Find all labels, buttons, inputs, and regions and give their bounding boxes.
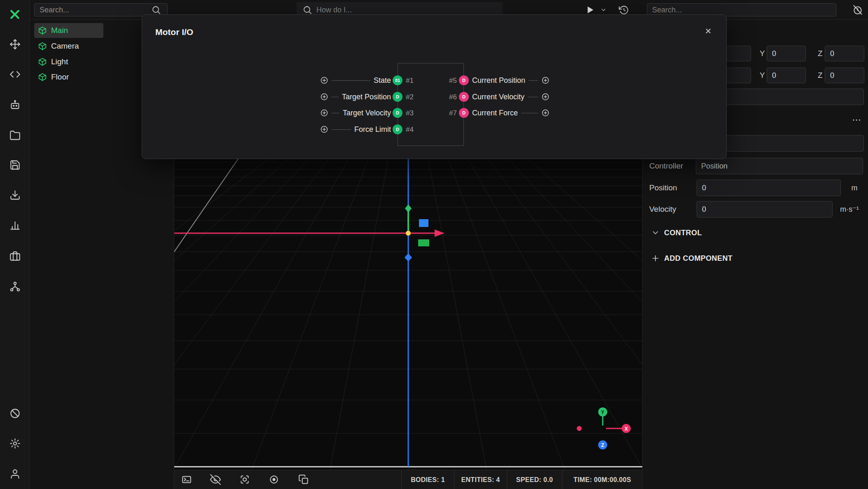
main-toolbar (0, 0, 30, 489)
gizmo-neg-x[interactable] (577, 426, 582, 431)
connector-line (332, 97, 339, 97)
pin-number: #6 (435, 93, 457, 101)
hierarchy-item-label: Main (51, 26, 68, 35)
connector-line (332, 129, 351, 130)
control-section-header[interactable]: CONTROL (664, 227, 702, 239)
pin-row-force-limit: Force Limit (320, 124, 391, 134)
orientation-gizmo[interactable]: Y X Z (577, 407, 631, 449)
overflow-menu-button[interactable]: ⋯ (847, 114, 866, 128)
pin-type-badge: 01 (393, 75, 402, 85)
pin-type-badge: D (393, 92, 402, 102)
plus-icon (651, 254, 660, 264)
plane-handle-blue[interactable] (419, 219, 428, 227)
hierarchy-item-main[interactable]: Main (34, 23, 103, 38)
plus-circle-icon[interactable] (541, 93, 550, 101)
plus-circle-icon[interactable] (541, 109, 550, 117)
vector-z-field[interactable] (825, 46, 864, 61)
pin-label: Target Position (342, 93, 391, 101)
pin-label: Force Limit (354, 125, 391, 134)
vector-z-field[interactable] (825, 68, 864, 83)
motor-io-dialog: Motor I/O × State 01 #1 Target Position … (142, 14, 727, 159)
x-axis-arrow (435, 229, 445, 237)
pin-row-target-velocity: Target Velocity (320, 108, 391, 118)
axis-label-z: Z (818, 68, 823, 83)
floor-edge-line (174, 143, 249, 264)
move-tool-icon[interactable] (7, 36, 23, 52)
velocity-input[interactable] (697, 201, 833, 218)
vector-y-field[interactable] (767, 46, 806, 61)
velocity-label: Velocity (649, 201, 676, 218)
connector-line (332, 80, 370, 81)
plane-handle-green[interactable] (418, 239, 429, 246)
duplicate-icon[interactable] (297, 473, 310, 486)
app-window: Main Camera Light Floor (0, 0, 868, 489)
pin-row-target-position: Target Position (320, 92, 391, 102)
plus-circle-icon[interactable] (320, 125, 328, 133)
pin-row-current-position: Current Position (472, 75, 550, 85)
simulation-off-icon[interactable] (7, 405, 23, 421)
axis-label-y: Y (760, 46, 765, 61)
chart-icon[interactable] (7, 217, 23, 234)
hierarchy-item-light[interactable]: Light (34, 54, 133, 69)
origin-point[interactable] (406, 231, 411, 236)
pin-type-badge: D (459, 108, 469, 118)
toolbox-icon[interactable] (7, 248, 23, 264)
cube-icon (38, 26, 47, 35)
pin-label: State (374, 76, 391, 85)
pin-number: #7 (435, 109, 457, 117)
folder-icon[interactable] (7, 127, 23, 143)
visibility-off-icon[interactable] (209, 473, 222, 486)
plus-circle-icon[interactable] (320, 76, 328, 84)
timer-off-icon[interactable] (849, 2, 866, 18)
pin-number: #1 (406, 77, 414, 85)
add-component-button[interactable]: ADD COMPONENT (664, 253, 732, 264)
close-button[interactable]: × (701, 24, 716, 39)
hierarchy-item-floor[interactable]: Floor (34, 70, 133, 84)
status-time: TIME: 00M:00.00S (562, 470, 642, 489)
plus-circle-icon[interactable] (541, 76, 550, 84)
dialog-title: Motor I/O (155, 27, 193, 37)
connector-line (529, 80, 538, 81)
status-bodies: BODIES: 1 (401, 470, 454, 489)
pin-type-badge: D (459, 92, 469, 102)
hierarchy-item-camera[interactable]: Camera (34, 39, 133, 54)
record-icon[interactable] (267, 473, 281, 486)
code-icon[interactable] (7, 66, 23, 82)
chevron-down-icon (651, 228, 660, 239)
viewport-status-bar: BODIES: 1 ENTITIES: 4 SPEED: 0.0 TIME: 0… (174, 470, 642, 489)
gizmo-z-label: Z (601, 442, 604, 448)
hierarchy-item-label: Camera (51, 42, 79, 51)
pin-label: Current Force (472, 109, 518, 117)
pin-number: #4 (406, 126, 414, 134)
plus-circle-icon[interactable] (320, 93, 328, 101)
z-axis-handle[interactable] (405, 253, 412, 262)
hierarchy-icon[interactable] (7, 278, 23, 295)
pin-row-state: State (320, 75, 391, 85)
position-input[interactable] (697, 180, 841, 196)
vector-y-field[interactable] (767, 68, 806, 83)
y-axis-handle[interactable] (405, 204, 412, 213)
hierarchy-item-label: Light (51, 57, 68, 66)
hierarchy-item-label: Floor (51, 73, 69, 82)
console-icon[interactable] (180, 473, 193, 486)
pin-number: #2 (406, 93, 414, 101)
connector-line (528, 97, 538, 97)
pin-number: #3 (406, 109, 414, 117)
position-label: Position (649, 180, 677, 196)
pin-type-badge: D (393, 108, 402, 118)
connector-line (332, 113, 339, 113)
import-icon[interactable] (7, 187, 23, 203)
settings-icon[interactable] (7, 435, 23, 452)
axis-label-z: Z (818, 46, 823, 61)
controller-select[interactable]: Position (696, 158, 863, 174)
save-icon[interactable] (7, 157, 23, 173)
pin-row-current-velocity: Current Velocity (472, 92, 550, 102)
account-icon[interactable] (7, 466, 23, 482)
axis-label-y: Y (760, 68, 765, 83)
robot-icon[interactable] (7, 97, 23, 113)
controller-label: Controller (649, 158, 683, 174)
velocity-unit: m·s⁻¹ (833, 201, 866, 218)
pin-type-badge: D (393, 124, 402, 134)
plus-circle-icon[interactable] (320, 109, 328, 117)
frame-selection-icon[interactable] (238, 473, 251, 486)
